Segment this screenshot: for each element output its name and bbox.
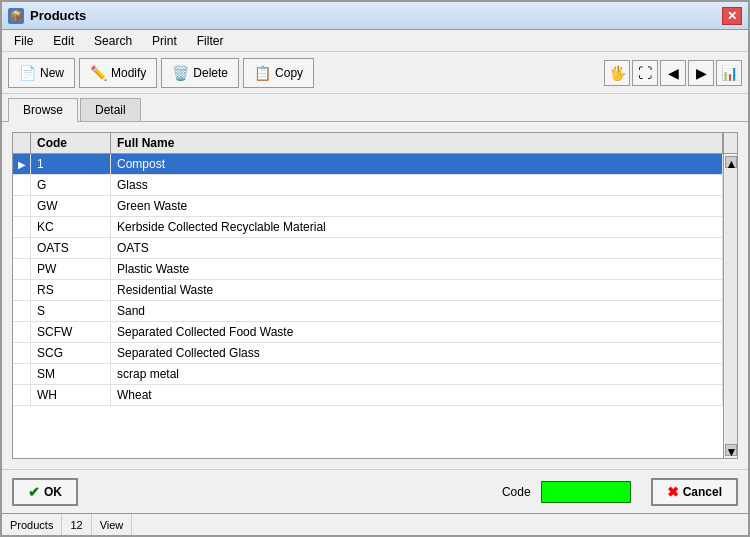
- row-selector: [13, 343, 31, 363]
- scrollbar[interactable]: ▲ ▼: [723, 154, 737, 458]
- row-code: SM: [31, 364, 111, 384]
- row-fullname: Compost: [111, 154, 723, 174]
- modify-icon: ✏️: [90, 65, 107, 81]
- row-code: 1: [31, 154, 111, 174]
- row-selector: [13, 175, 31, 195]
- row-fullname: Residential Waste: [111, 280, 723, 300]
- row-selector: ▶: [13, 154, 31, 174]
- menu-search[interactable]: Search: [86, 32, 140, 50]
- toolbar-back-icon[interactable]: ◀: [660, 60, 686, 86]
- row-code: SCG: [31, 343, 111, 363]
- status-mode: View: [92, 514, 133, 535]
- table-row[interactable]: WHWheat: [13, 385, 723, 406]
- toolbar-right: 🖐 ⛶ ◀ ▶ 📊: [604, 60, 742, 86]
- row-code: WH: [31, 385, 111, 405]
- code-value-box: [541, 481, 631, 503]
- tab-detail[interactable]: Detail: [80, 98, 141, 121]
- new-button[interactable]: 📄 New: [8, 58, 75, 88]
- table-row[interactable]: PWPlastic Waste: [13, 259, 723, 280]
- column-fullname: Full Name: [111, 133, 723, 153]
- row-code: PW: [31, 259, 111, 279]
- row-selector: [13, 259, 31, 279]
- row-selector: [13, 301, 31, 321]
- table-row[interactable]: GGlass: [13, 175, 723, 196]
- window-icon: 📦: [8, 8, 24, 24]
- table-body: ▶1CompostGGlassGWGreen WasteKCKerbside C…: [13, 154, 723, 458]
- delete-button[interactable]: 🗑️ Delete: [161, 58, 239, 88]
- table-row[interactable]: RSResidential Waste: [13, 280, 723, 301]
- row-code: G: [31, 175, 111, 195]
- title-bar: 📦 Products ✕: [2, 2, 748, 30]
- ok-button[interactable]: ✔ OK: [12, 478, 78, 506]
- status-section: Products: [2, 514, 62, 535]
- row-selector: [13, 217, 31, 237]
- row-selector: [13, 385, 31, 405]
- menu-filter[interactable]: Filter: [189, 32, 232, 50]
- row-code: SCFW: [31, 322, 111, 342]
- row-selector: [13, 364, 31, 384]
- row-code: RS: [31, 280, 111, 300]
- row-fullname: Separated Collected Food Waste: [111, 322, 723, 342]
- footer-bar: ✔ OK Code ✖ Cancel: [2, 469, 748, 513]
- cancel-label: Cancel: [683, 485, 722, 499]
- row-code: KC: [31, 217, 111, 237]
- modify-button[interactable]: ✏️ Modify: [79, 58, 157, 88]
- window-title: Products: [30, 8, 86, 23]
- table-wrapper: ▶1CompostGGlassGWGreen WasteKCKerbside C…: [13, 154, 737, 458]
- table-row[interactable]: GWGreen Waste: [13, 196, 723, 217]
- row-fullname: OATS: [111, 238, 723, 258]
- toolbar-cursor-icon[interactable]: ⛶: [632, 60, 658, 86]
- row-fullname: scrap metal: [111, 364, 723, 384]
- header-selector: [13, 133, 31, 153]
- row-selector: [13, 322, 31, 342]
- row-fullname: Plastic Waste: [111, 259, 723, 279]
- table-row[interactable]: SCFWSeparated Collected Food Waste: [13, 322, 723, 343]
- main-window: 📦 Products ✕ File Edit Search Print Filt…: [0, 0, 750, 537]
- menu-print[interactable]: Print: [144, 32, 185, 50]
- table-header: Code Full Name: [13, 133, 737, 154]
- tab-browse[interactable]: Browse: [8, 98, 78, 122]
- table-row[interactable]: SCGSeparated Collected Glass: [13, 343, 723, 364]
- row-code: GW: [31, 196, 111, 216]
- status-extra: [132, 514, 748, 535]
- menu-bar: File Edit Search Print Filter: [2, 30, 748, 52]
- status-count: 12: [62, 514, 91, 535]
- table-row[interactable]: KCKerbside Collected Recyclable Material: [13, 217, 723, 238]
- delete-label: Delete: [193, 66, 228, 80]
- title-left: 📦 Products: [8, 8, 86, 24]
- row-fullname: Wheat: [111, 385, 723, 405]
- tabs-bar: Browse Detail: [2, 94, 748, 122]
- status-bar: Products 12 View: [2, 513, 748, 535]
- row-selector: [13, 238, 31, 258]
- table-row[interactable]: SMscrap metal: [13, 364, 723, 385]
- close-button[interactable]: ✕: [722, 7, 742, 25]
- row-code: S: [31, 301, 111, 321]
- toolbar: 📄 New ✏️ Modify 🗑️ Delete 📋 Copy 🖐 ⛶ ◀ ▶…: [2, 52, 748, 94]
- table-row[interactable]: ▶1Compost: [13, 154, 723, 175]
- row-code: OATS: [31, 238, 111, 258]
- column-code: Code: [31, 133, 111, 153]
- menu-edit[interactable]: Edit: [45, 32, 82, 50]
- table-row[interactable]: SSand: [13, 301, 723, 322]
- table-container: Code Full Name ▶1CompostGGlassGWGreen Wa…: [12, 132, 738, 459]
- table-row[interactable]: OATSOATS: [13, 238, 723, 259]
- modify-label: Modify: [111, 66, 146, 80]
- row-fullname: Kerbside Collected Recyclable Material: [111, 217, 723, 237]
- toolbar-hand-icon[interactable]: 🖐: [604, 60, 630, 86]
- row-fullname: Glass: [111, 175, 723, 195]
- delete-icon: 🗑️: [172, 65, 189, 81]
- cancel-button[interactable]: ✖ Cancel: [651, 478, 738, 506]
- copy-label: Copy: [275, 66, 303, 80]
- toolbar-forward-icon[interactable]: ▶: [688, 60, 714, 86]
- row-fullname: Sand: [111, 301, 723, 321]
- row-fullname: Separated Collected Glass: [111, 343, 723, 363]
- menu-file[interactable]: File: [6, 32, 41, 50]
- copy-icon: 📋: [254, 65, 271, 81]
- new-label: New: [40, 66, 64, 80]
- toolbar-chart-icon[interactable]: 📊: [716, 60, 742, 86]
- code-label: Code: [502, 485, 531, 499]
- row-fullname: Green Waste: [111, 196, 723, 216]
- row-selector: [13, 280, 31, 300]
- content-area: Code Full Name ▶1CompostGGlassGWGreen Wa…: [2, 122, 748, 469]
- copy-button[interactable]: 📋 Copy: [243, 58, 314, 88]
